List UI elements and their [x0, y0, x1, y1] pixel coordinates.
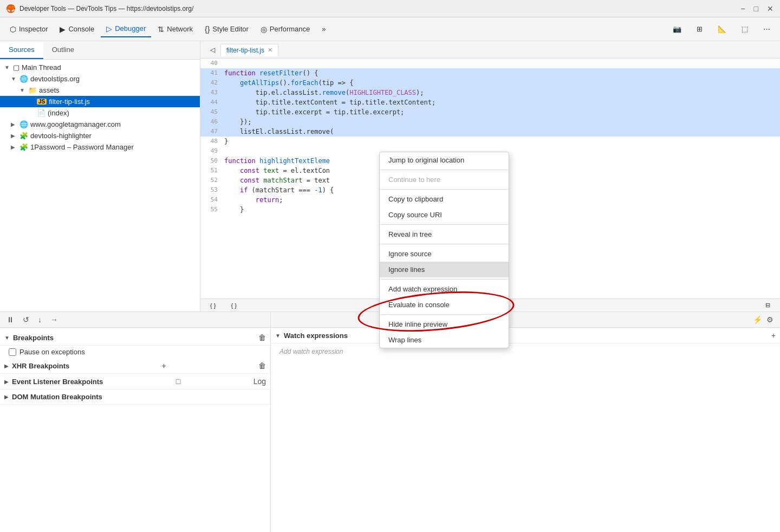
tab-sources[interactable]: Sources	[0, 41, 43, 59]
line-num-45: 45	[200, 107, 222, 117]
menu-evaluate-console[interactable]: Evaluate in console	[380, 297, 509, 313]
menu-copy-clipboard[interactable]: Copy to clipboard	[380, 191, 509, 207]
firefox-favicon: 🦊	[6, 4, 15, 13]
tab-style-editor[interactable]: {} Style Editor	[199, 22, 254, 37]
line-num-48: 48	[200, 137, 222, 146]
line-content-42: getAllTips().forEach(tip => {	[222, 78, 780, 88]
arrow-1password: ▶	[11, 144, 17, 150]
line-num-53: 53	[200, 185, 222, 195]
responsive-button[interactable]: ⊞	[691, 22, 708, 36]
step-over-button[interactable]: ↺	[21, 314, 31, 325]
xhr-arrow: ▶	[4, 363, 9, 369]
breakpoints-arrow: ▼	[4, 335, 10, 341]
main-thread-label: Main Thread	[22, 63, 61, 72]
more-icon: »	[322, 25, 326, 33]
code-tab-filter-js[interactable]: filter-tip-list.js ✕	[220, 44, 278, 56]
menu-wrap-lines[interactable]: Wrap lines	[380, 332, 509, 348]
xhr-add[interactable]: +	[162, 361, 166, 370]
breakpoints-section[interactable]: ▼ Breakpoints 🗑	[0, 330, 270, 346]
tab-network[interactable]: ⇅ Network	[152, 22, 198, 37]
event-title: Event Listener Breakpoints	[12, 378, 103, 386]
menu-copy-uri[interactable]: Copy source URI	[380, 207, 509, 223]
tree-main-thread[interactable]: ▼ ▢ Main Thread	[0, 62, 200, 73]
pretty-print-button[interactable]: { }	[205, 299, 221, 312]
thread-icon: ▢	[13, 63, 20, 72]
line-num-54: 54	[200, 195, 222, 205]
tree-gtm[interactable]: ▶ 🌐 www.googletagmanager.com	[0, 119, 200, 130]
arrow-gtm: ▶	[11, 121, 17, 127]
tree-index[interactable]: 📄 (index)	[0, 107, 200, 119]
event-checkbox[interactable]: □	[176, 377, 180, 386]
arrow-main-thread: ▼	[4, 64, 11, 70]
dock-button[interactable]: ⬚	[736, 22, 753, 36]
menu-add-watch[interactable]: Add watch expression	[380, 281, 509, 297]
inspector-icon: ⬡	[10, 25, 16, 34]
maximize-button[interactable]: □	[754, 4, 758, 13]
tab-debugger[interactable]: ▷ Debugger	[101, 21, 151, 37]
pause-on-exceptions-label: Pause on exceptions	[20, 348, 85, 356]
menu-reveal-tree[interactable]: Reveal in tree	[380, 226, 509, 242]
code-line-48: 48 }	[200, 137, 780, 146]
line-num-40: 40	[200, 59, 222, 68]
xhr-delete[interactable]: 🗑	[258, 361, 266, 370]
close-button[interactable]: ✕	[767, 4, 774, 13]
tab-outline[interactable]: Outline	[43, 41, 83, 59]
pause-on-exceptions-checkbox[interactable]	[9, 348, 16, 356]
menu-continue-here[interactable]: Continue to here	[380, 172, 509, 187]
filter-js-label: filter-tip-list.js	[49, 98, 90, 106]
menu-ignore-lines[interactable]: Ignore lines	[380, 262, 509, 277]
settings-button[interactable]: ⚙	[764, 314, 776, 325]
collapse-sidebar-button[interactable]: ◁	[205, 43, 220, 57]
network-icon: ⇅	[158, 25, 164, 34]
line-num-42: 42	[200, 78, 222, 88]
menu-ignore-source[interactable]: Ignore source	[380, 246, 509, 262]
menu-hide-preview[interactable]: Hide inline preview	[380, 316, 509, 332]
code-tab-label: filter-tip-list.js	[226, 47, 264, 54]
extension-icon-1: 🧩	[20, 132, 28, 140]
window-controls: − □ ✕	[740, 4, 774, 13]
event-log[interactable]: Log	[253, 377, 266, 386]
code-line-41: 41 function resetFilter() {	[200, 68, 780, 78]
overflow-button[interactable]: ⋯	[758, 22, 776, 36]
breakpoints-title: Breakpoints	[13, 334, 54, 342]
xhr-breakpoints-section[interactable]: ▶ XHR Breakpoints + 🗑	[0, 358, 270, 374]
separator-3	[380, 224, 509, 225]
blackbox-button[interactable]: { }	[225, 299, 242, 312]
style-editor-label: Style Editor	[212, 25, 248, 33]
line-num-52: 52	[200, 176, 222, 185]
tab-console[interactable]: ▶ Console	[54, 22, 100, 37]
tree-devtoolstips[interactable]: ▼ 🌐 devtoolstips.org	[0, 73, 200, 85]
tree-filter-js[interactable]: JS filter-tip-list.js	[0, 96, 200, 107]
line-num-55: 55	[200, 205, 222, 215]
debugger-icon: ▷	[106, 24, 112, 33]
ruler-button[interactable]: 📐	[712, 22, 732, 36]
tab-performance[interactable]: ◎ Performance	[255, 22, 315, 37]
step-in-button[interactable]: ↓	[36, 314, 44, 325]
folder-icon: 📁	[28, 86, 37, 94]
breakpoints-delete[interactable]: 🗑	[258, 333, 266, 342]
step-out-button[interactable]: →	[48, 314, 60, 325]
minimize-button[interactable]: −	[740, 4, 745, 13]
performance-label: Performance	[270, 25, 310, 33]
disable-breakpoints-button[interactable]: ⚡	[751, 314, 764, 325]
event-listener-section[interactable]: ▶ Event Listener Breakpoints □ Log	[0, 374, 270, 390]
dom-mutation-section[interactable]: ▶ DOM Mutation Breakpoints	[0, 390, 270, 405]
file-icon: 📄	[37, 109, 46, 117]
pause-button[interactable]: ⏸	[4, 314, 16, 325]
tab-close-icon[interactable]: ✕	[268, 47, 272, 54]
scroll-to-cursor[interactable]: ⊟	[760, 299, 776, 312]
index-label: (index)	[48, 109, 69, 117]
debugger-controls: ⏸ ↺ ↓ →	[0, 312, 270, 328]
code-line-44: 44 tip.title.textContent = tip.title.tex…	[200, 98, 780, 107]
tab-inspector[interactable]: ⬡ Inspector	[4, 22, 53, 37]
bottom-right-toolbar: ⚡ ⚙	[271, 312, 780, 328]
watch-add-button[interactable]: +	[771, 331, 776, 340]
screenshot-button[interactable]: 📷	[667, 22, 687, 36]
line-num-47: 47	[200, 127, 222, 137]
tree-1password[interactable]: ▶ 🧩 1Password – Password Manager	[0, 141, 200, 153]
tree-highlighter[interactable]: ▶ 🧩 devtools-highlighter	[0, 130, 200, 141]
menu-jump-original[interactable]: Jump to original location	[380, 152, 509, 168]
assets-label: assets	[39, 86, 60, 94]
tree-assets[interactable]: ▼ 📁 assets	[0, 85, 200, 96]
more-tools-button[interactable]: »	[316, 22, 331, 36]
